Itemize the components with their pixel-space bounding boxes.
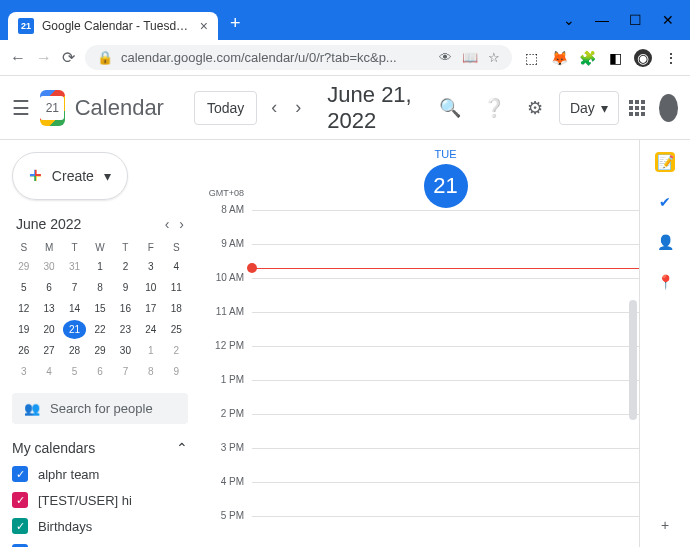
- mini-day[interactable]: 5: [12, 278, 35, 297]
- mini-day[interactable]: 3: [139, 257, 162, 276]
- time-slot[interactable]: [252, 448, 639, 482]
- mini-next-icon[interactable]: ›: [179, 216, 184, 232]
- back-icon[interactable]: ←: [10, 49, 26, 67]
- mini-day[interactable]: 8: [139, 362, 162, 381]
- mini-day[interactable]: 14: [63, 299, 86, 318]
- time-slot[interactable]: [252, 482, 639, 516]
- time-row[interactable]: 4 PM: [200, 482, 639, 516]
- main-menu-icon[interactable]: ☰: [12, 96, 30, 120]
- time-slot[interactable]: [252, 414, 639, 448]
- view-selector[interactable]: Day ▾: [559, 91, 619, 125]
- calendar-list-item[interactable]: ✓[TEST/USER] hi: [12, 492, 188, 508]
- mini-day[interactable]: 29: [12, 257, 35, 276]
- mini-day[interactable]: 22: [88, 320, 111, 339]
- mini-day[interactable]: 19: [12, 320, 35, 339]
- time-slot[interactable]: [252, 278, 639, 312]
- mini-day[interactable]: 11: [165, 278, 188, 297]
- forward-icon[interactable]: →: [36, 49, 52, 67]
- prev-period-icon[interactable]: ‹: [267, 97, 281, 118]
- time-slot[interactable]: [252, 380, 639, 414]
- create-button[interactable]: + Create ▾: [12, 152, 128, 200]
- mini-day[interactable]: 26: [12, 341, 35, 360]
- mini-day[interactable]: 12: [12, 299, 35, 318]
- mini-day[interactable]: 29: [88, 341, 111, 360]
- search-icon[interactable]: 🔍: [433, 97, 467, 119]
- maximize-icon[interactable]: ☐: [629, 12, 642, 28]
- mini-day[interactable]: 6: [37, 278, 60, 297]
- mini-day[interactable]: 5: [63, 362, 86, 381]
- browser-tab[interactable]: 21 Google Calendar - Tuesday, June ×: [8, 12, 218, 40]
- search-people-input[interactable]: 👥 Search for people: [12, 393, 188, 424]
- mini-day[interactable]: 30: [37, 257, 60, 276]
- time-slot[interactable]: [252, 244, 639, 278]
- mini-day[interactable]: 13: [37, 299, 60, 318]
- chevron-down-icon[interactable]: ⌄: [563, 12, 575, 28]
- close-tab-icon[interactable]: ×: [200, 18, 208, 34]
- menu-dots-icon[interactable]: ⋮: [662, 49, 680, 67]
- day-number-badge[interactable]: 21: [424, 164, 468, 208]
- url-field[interactable]: 🔒 calendar.google.com/calendar/u/0/r?tab…: [85, 45, 512, 70]
- time-row[interactable]: 10 AM: [200, 278, 639, 312]
- extension-icon-1[interactable]: ⬚: [522, 49, 540, 67]
- mini-day[interactable]: 4: [165, 257, 188, 276]
- time-row[interactable]: 5 PM: [200, 516, 639, 547]
- today-button[interactable]: Today: [194, 91, 257, 125]
- maps-icon[interactable]: 📍: [655, 272, 675, 292]
- calendar-checkbox[interactable]: ✓: [12, 492, 28, 508]
- mini-day[interactable]: 18: [165, 299, 188, 318]
- star-icon[interactable]: ☆: [488, 50, 500, 65]
- translate-icon[interactable]: 📖: [462, 50, 478, 65]
- google-apps-icon[interactable]: [629, 100, 645, 116]
- metamask-icon[interactable]: 🦊: [550, 49, 568, 67]
- extension-icon-3[interactable]: ◉: [634, 49, 652, 67]
- time-row[interactable]: 3 PM: [200, 448, 639, 482]
- new-tab-button[interactable]: +: [230, 13, 241, 34]
- mini-day[interactable]: 1: [88, 257, 111, 276]
- mini-day[interactable]: 10: [139, 278, 162, 297]
- help-icon[interactable]: ❔: [477, 97, 511, 119]
- mini-day[interactable]: 6: [88, 362, 111, 381]
- time-slot[interactable]: [252, 516, 639, 547]
- mini-day[interactable]: 23: [114, 320, 137, 339]
- account-avatar[interactable]: [659, 94, 678, 122]
- reload-icon[interactable]: ⟳: [62, 48, 75, 67]
- calendar-checkbox[interactable]: ✓: [12, 518, 28, 534]
- mini-day[interactable]: 7: [63, 278, 86, 297]
- mini-day[interactable]: 27: [37, 341, 60, 360]
- mini-day[interactable]: 2: [165, 341, 188, 360]
- close-window-icon[interactable]: ✕: [662, 12, 674, 28]
- calendar-checkbox[interactable]: ✓: [12, 466, 28, 482]
- contacts-icon[interactable]: 👤: [655, 232, 675, 252]
- time-row[interactable]: 8 AM: [200, 210, 639, 244]
- mini-day[interactable]: 4: [37, 362, 60, 381]
- mini-day[interactable]: 31: [63, 257, 86, 276]
- minimize-icon[interactable]: —: [595, 12, 609, 28]
- time-row[interactable]: 11 AM: [200, 312, 639, 346]
- keep-icon[interactable]: 📝: [655, 152, 675, 172]
- my-calendars-header[interactable]: My calendars ⌃: [12, 440, 188, 456]
- time-row[interactable]: 2 PM: [200, 414, 639, 448]
- mini-day[interactable]: 2: [114, 257, 137, 276]
- mini-day[interactable]: 7: [114, 362, 137, 381]
- time-row[interactable]: 12 PM: [200, 346, 639, 380]
- mini-day[interactable]: 3: [12, 362, 35, 381]
- mini-day[interactable]: 9: [114, 278, 137, 297]
- scrollbar[interactable]: [629, 300, 637, 420]
- gear-icon[interactable]: ⚙: [521, 97, 549, 119]
- mini-day[interactable]: 9: [165, 362, 188, 381]
- time-slot[interactable]: [252, 312, 639, 346]
- calendar-list-item[interactable]: ✓alphr team: [12, 466, 188, 482]
- mini-day[interactable]: 17: [139, 299, 162, 318]
- mini-day[interactable]: 25: [165, 320, 188, 339]
- mini-day[interactable]: 20: [37, 320, 60, 339]
- extension-icon-2[interactable]: ◧: [606, 49, 624, 67]
- mini-day[interactable]: 21: [63, 320, 86, 339]
- mini-day[interactable]: 8: [88, 278, 111, 297]
- mini-day[interactable]: 15: [88, 299, 111, 318]
- mini-day[interactable]: 1: [139, 341, 162, 360]
- puzzle-icon[interactable]: 🧩: [578, 49, 596, 67]
- next-period-icon[interactable]: ›: [291, 97, 305, 118]
- mini-day[interactable]: 24: [139, 320, 162, 339]
- mini-day[interactable]: 16: [114, 299, 137, 318]
- tasks-icon[interactable]: ✔: [655, 192, 675, 212]
